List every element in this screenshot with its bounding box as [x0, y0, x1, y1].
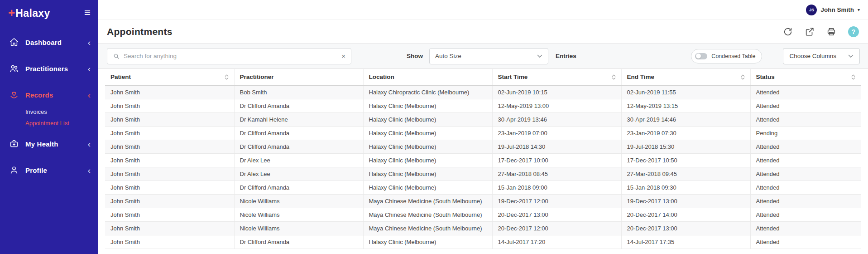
cell-end-time: 12-May-2019 13:15: [621, 99, 750, 112]
cell-end-time: 14-Jul-2017 17:35: [621, 235, 750, 249]
cell-location: Halaxy Clinic (Melbourne): [363, 112, 492, 126]
avatar: JS: [806, 5, 817, 15]
cell-location: Halaxy Clinic (Melbourne): [363, 140, 492, 153]
column-header-practitioner[interactable]: Practitioner: [234, 69, 363, 85]
chevron-left-icon: ‹: [88, 166, 91, 175]
cell-start-time: 15-Jan-2018 09:00: [492, 181, 621, 194]
choose-columns-label: Choose Columns: [789, 53, 836, 59]
cell-start-time: 27-Mar-2018 08:45: [492, 167, 621, 181]
condensed-table-label: Condensed Table: [711, 53, 755, 59]
sidebar-item-appointment-list[interactable]: Appointment List: [25, 117, 98, 129]
cell-status: Attended: [750, 194, 861, 208]
column-header-end-time[interactable]: End Time: [621, 69, 750, 85]
table-row[interactable]: John Smith Nicole Williams Maya Chinese …: [105, 194, 861, 208]
table-row[interactable]: John Smith Bob Smith Halaxy Chiropractic…: [105, 85, 861, 99]
sidebar-item-practitioners[interactable]: Practitioners ‹: [0, 58, 98, 79]
table-row[interactable]: John Smith Nicole Williams Maya Chinese …: [105, 221, 861, 235]
halaxy-logo[interactable]: + Halaxy: [8, 7, 50, 19]
sidebar-group-records: Records ‹ Invoices Appointment List: [0, 84, 98, 133]
cell-end-time: 19-Dec-2017 13:00: [621, 194, 750, 208]
chevron-left-icon: ‹: [88, 140, 91, 148]
condensed-table-toggle[interactable]: Condensed Table: [691, 49, 762, 64]
profile-icon: [9, 165, 19, 175]
cell-start-time: 20-Dec-2017 12:00: [492, 221, 621, 235]
column-header-status[interactable]: Status: [750, 69, 861, 85]
column-header-patient[interactable]: Patient: [105, 69, 234, 85]
help-icon[interactable]: ?: [848, 26, 859, 37]
sort-icon: [741, 74, 745, 80]
cell-start-time: 14-Jul-2017 17:20: [492, 235, 621, 249]
cell-location: Halaxy Clinic (Melbourne): [363, 153, 492, 167]
choose-columns-button[interactable]: Choose Columns: [783, 48, 860, 64]
cell-location: Halaxy Clinic (Melbourne): [363, 235, 492, 249]
cell-status: Attended: [750, 140, 861, 153]
sidebar-item-invoices[interactable]: Invoices: [25, 106, 98, 117]
print-icon[interactable]: [826, 27, 836, 37]
table-row[interactable]: John Smith Dr Kamahl Helene Halaxy Clini…: [105, 112, 861, 126]
cell-status: Attended: [750, 85, 861, 99]
cell-end-time: 20-Dec-2017 14:00: [621, 208, 750, 221]
entries-label: Entries: [556, 53, 576, 59]
cell-practitioner: Dr Clifford Amanda: [234, 99, 363, 112]
cell-patient: John Smith: [105, 235, 234, 249]
cell-end-time: 30-Apr-2019 14:46: [621, 112, 750, 126]
cell-status: Attended: [750, 112, 861, 126]
table-toolbar: × Show Auto Size Entries Condensed Table…: [98, 44, 868, 69]
menu-toggle-icon[interactable]: ≡: [84, 7, 91, 18]
cell-end-time: 19-Jul-2018 15:30: [621, 140, 750, 153]
table-row[interactable]: John Smith Dr Alex Lee Halaxy Clinic (Me…: [105, 167, 861, 181]
chevron-down-icon: ▾: [858, 7, 860, 12]
page-header: Appointments ?: [98, 20, 868, 44]
user-menu[interactable]: JS John Smith ▾: [806, 5, 860, 15]
cell-start-time: 17-Dec-2017 10:00: [492, 153, 621, 167]
table-row[interactable]: John Smith Dr Clifford Amanda Halaxy Cli…: [105, 99, 861, 112]
search-input[interactable]: [124, 53, 338, 59]
sidebar-item-profile[interactable]: Profile ‹: [0, 160, 98, 181]
cell-end-time: 23-Jan-2019 07:30: [621, 126, 750, 140]
cell-location: Halaxy Clinic (Melbourne): [363, 181, 492, 194]
toggle-knob: [696, 54, 701, 59]
cell-practitioner: Dr Kamahl Helene: [234, 112, 363, 126]
cell-practitioner: Dr Clifford Amanda: [234, 235, 363, 249]
show-entries-select[interactable]: Auto Size: [429, 48, 548, 64]
cell-status: Attended: [750, 235, 861, 249]
table-row[interactable]: John Smith Dr Clifford Amanda Halaxy Cli…: [105, 140, 861, 153]
table-header-row: Patient Practitioner Location Start Time: [105, 69, 861, 85]
cell-practitioner: Dr Alex Lee: [234, 153, 363, 167]
column-label: Practitioner: [240, 73, 274, 80]
cell-status: Attended: [750, 208, 861, 221]
sidebar: + Halaxy ≡ Dashboard ‹ Practitioners ‹: [0, 0, 98, 254]
table-row[interactable]: John Smith Nicole Williams Maya Chinese …: [105, 208, 861, 221]
sidebar-item-dashboard[interactable]: Dashboard ‹: [0, 32, 98, 53]
refresh-icon[interactable]: [783, 27, 793, 37]
cell-start-time: 20-Dec-2017 13:00: [492, 208, 621, 221]
table-row[interactable]: John Smith Dr Clifford Amanda Halaxy Cli…: [105, 126, 861, 140]
column-header-location[interactable]: Location: [363, 69, 492, 85]
sidebar-header: + Halaxy ≡: [0, 0, 98, 25]
table-row[interactable]: John Smith Dr Clifford Amanda Halaxy Cli…: [105, 181, 861, 194]
column-header-start-time[interactable]: Start Time: [492, 69, 621, 85]
cell-start-time: 23-Jan-2019 07:00: [492, 126, 621, 140]
sidebar-item-label: My Health: [25, 140, 82, 148]
sidebar-subitem-label: Appointment List: [25, 120, 69, 127]
export-icon[interactable]: [805, 27, 815, 37]
table-row[interactable]: John Smith Dr Clifford Amanda Halaxy Cli…: [105, 235, 861, 249]
cell-location: Maya Chinese Medicine (South Melbourne): [363, 208, 492, 221]
cell-practitioner: Dr Alex Lee: [234, 167, 363, 181]
cell-practitioner: Nicole Williams: [234, 194, 363, 208]
table-row[interactable]: John Smith Dr Alex Lee Halaxy Clinic (Me…: [105, 153, 861, 167]
cell-patient: John Smith: [105, 126, 234, 140]
cell-end-time: 27-Mar-2018 09:45: [621, 167, 750, 181]
cell-end-time: 02-Jun-2019 11:55: [621, 85, 750, 99]
my-health-icon: [9, 139, 19, 149]
toggle-switch-icon[interactable]: [695, 53, 707, 59]
sidebar-item-records[interactable]: Records ‹: [0, 84, 98, 105]
cell-end-time: 17-Dec-2017 10:50: [621, 153, 750, 167]
sidebar-item-my-health[interactable]: My Health ‹: [0, 133, 98, 154]
clear-search-icon[interactable]: ×: [341, 53, 345, 59]
column-label: Patient: [110, 73, 131, 80]
sidebar-item-label: Profile: [25, 166, 82, 174]
show-label: Show: [407, 53, 423, 59]
cell-start-time: 19-Dec-2017 12:00: [492, 194, 621, 208]
cell-location: Maya Chinese Medicine (South Melbourne): [363, 221, 492, 235]
